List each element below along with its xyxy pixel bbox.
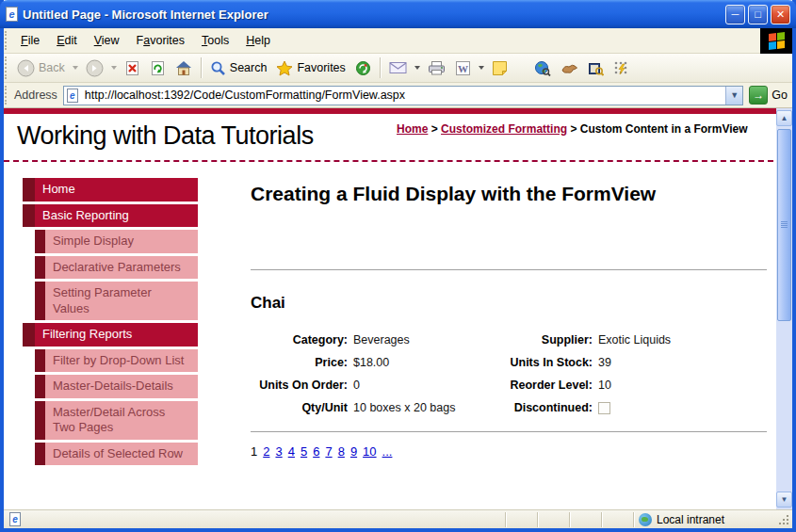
breadcrumb-link-home[interactable]: Home (397, 122, 428, 136)
sidebar-item[interactable]: Filtering Reports (23, 323, 198, 347)
pet-shortcut-button[interactable] (556, 59, 583, 77)
status-bar: e Local intranet (4, 509, 792, 528)
go-button[interactable]: → Go (749, 86, 788, 105)
field-label: Units In Stock: (494, 356, 593, 369)
search-button[interactable]: Search (205, 58, 272, 78)
divider (251, 269, 767, 270)
pager-page-link[interactable]: 4 (288, 444, 295, 459)
history-icon (355, 60, 371, 76)
sidebar-item[interactable]: Declarative Parameters (35, 256, 198, 280)
pager-current-page: 1 (251, 444, 257, 459)
breadcrumb-link-customized-formatting[interactable]: Customized Formatting (441, 122, 567, 136)
discuss-button[interactable] (487, 58, 512, 78)
page-viewport: Working with Data Tutorials Home > Custo… (4, 108, 792, 509)
sidebar-item-accent (23, 204, 35, 228)
maximize-button[interactable]: □ (748, 5, 768, 24)
product-detail-row: Category: Beverages Supplier: Exotic Liq… (251, 329, 767, 351)
sidebar-item[interactable]: Master/Detail Across Two Pages (35, 401, 198, 440)
browser-window: e Untitled Page - Microsoft Internet Exp… (0, 0, 796, 532)
pager-page-link[interactable]: 9 (350, 444, 357, 459)
discuss-note-icon (492, 60, 508, 76)
scroll-down-button[interactable]: ▼ (776, 492, 792, 508)
mail-button[interactable] (384, 59, 412, 76)
back-label: Back (39, 61, 65, 74)
favorites-button[interactable]: Favorites (271, 58, 349, 78)
toolbar-grip[interactable] (5, 86, 11, 105)
breadcrumb-separator: > (431, 122, 438, 136)
pager-page-link[interactable]: ... (382, 444, 393, 459)
field-label: Units On Order: (251, 379, 348, 392)
edit-with-word-button[interactable]: W (450, 58, 476, 78)
sidebar-item[interactable]: Details of Selected Row (35, 443, 198, 466)
menu-item[interactable]: Edit (48, 28, 86, 53)
pager-page-link[interactable]: 5 (301, 444, 307, 459)
menu-item[interactable]: File (12, 28, 48, 53)
book-magnifier-icon (588, 60, 604, 76)
back-button[interactable]: Back (12, 57, 70, 79)
pager-page-link[interactable]: 2 (263, 444, 269, 459)
messenger-button[interactable] (609, 58, 634, 78)
forward-button[interactable] (81, 57, 108, 79)
main-content: Creating a Fluid Display with the FormVi… (251, 178, 767, 468)
field-label: Qty/Unit (251, 401, 348, 414)
mail-envelope-icon (389, 61, 407, 74)
page-body: Home Basic Reporting Simple Display (4, 178, 792, 468)
home-icon (175, 60, 192, 76)
close-button[interactable]: ✕ (771, 5, 790, 24)
menu-item[interactable]: Tools (193, 28, 237, 53)
menu-item[interactable]: View (86, 28, 128, 53)
minimize-icon: ─ (732, 9, 739, 20)
title-bar[interactable]: e Untitled Page - Microsoft Internet Exp… (0, 0, 796, 28)
sidebar-item-accent (35, 256, 45, 280)
scroll-up-button[interactable]: ▲ (776, 110, 792, 126)
minimize-button[interactable]: ─ (725, 5, 745, 24)
forward-dropdown-icon[interactable] (111, 66, 117, 70)
product-detail-row: Units On Order: 0 Reorder Level: 10 (251, 374, 767, 396)
standard-toolbar: Back Search Favorites (4, 54, 792, 83)
scrollbar-grip-icon (781, 221, 788, 229)
web-search-button[interactable] (529, 58, 556, 78)
address-input[interactable] (83, 88, 725, 103)
toolbar-grip[interactable] (5, 56, 11, 79)
vertical-scrollbar[interactable]: ▲ ▼ (776, 108, 792, 509)
address-input-box[interactable]: e ▼ (63, 86, 743, 105)
edit-dropdown-icon[interactable] (479, 66, 484, 70)
scrollbar-thumb[interactable] (777, 129, 791, 321)
refresh-button[interactable] (145, 58, 171, 78)
pager-page-link[interactable]: 7 (325, 444, 332, 459)
pager-page-link[interactable]: 6 (313, 444, 319, 459)
sidebar-item-label: Filtering Reports (35, 323, 198, 347)
discontinued-checkbox[interactable] (598, 402, 610, 414)
field-value: Beverages (348, 333, 494, 347)
back-dropdown-icon[interactable] (73, 66, 78, 70)
mail-dropdown-icon[interactable] (414, 66, 420, 70)
sidebar-item[interactable]: Setting Parameter Values (35, 282, 198, 320)
search-label: Search (230, 61, 268, 74)
home-button[interactable] (171, 58, 197, 78)
ie-page-icon: e (67, 89, 78, 103)
field-value: $18.00 (348, 356, 494, 369)
stop-button[interactable] (120, 58, 145, 78)
forward-arrow-circle-icon (86, 59, 104, 77)
pager-page-link[interactable]: 8 (338, 444, 345, 459)
research-button[interactable] (583, 58, 609, 78)
menu-item[interactable]: Help (237, 28, 279, 53)
history-button[interactable] (350, 58, 376, 78)
pager-page-link[interactable]: 3 (275, 444, 282, 459)
favorites-star-icon (276, 60, 293, 76)
pager-page-link[interactable]: 10 (363, 444, 376, 459)
sidebar-item[interactable]: Simple Display (35, 230, 198, 253)
address-dropdown-button[interactable]: ▼ (725, 87, 742, 105)
resize-grip[interactable] (778, 514, 789, 525)
sidebar-item[interactable]: Basic Reporting (23, 204, 198, 228)
product-details: Category: Beverages Supplier: Exotic Liq… (251, 329, 767, 419)
sidebar-item[interactable]: Master-Details-Details (35, 375, 198, 398)
print-button[interactable] (423, 58, 450, 77)
throbber (760, 28, 792, 54)
sidebar-item[interactable]: Home (23, 178, 198, 202)
field-label: Reorder Level: (494, 379, 593, 392)
sidebar-item[interactable]: Filter by Drop-Down List (35, 349, 198, 373)
menu-item[interactable]: Favorites (128, 28, 193, 53)
toolbar-grip[interactable] (5, 31, 11, 50)
menu-bar: File Edit View Favorites Tools Help (4, 28, 792, 54)
